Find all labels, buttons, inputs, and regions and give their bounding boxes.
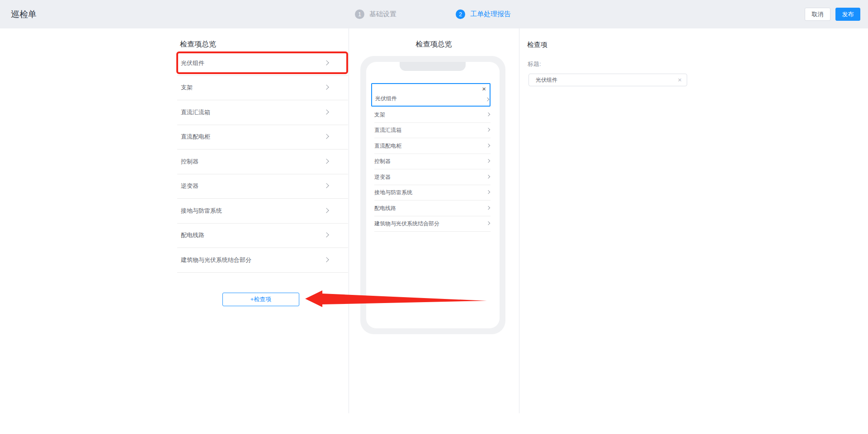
preview-item-row[interactable]: 直流配电柜	[374, 138, 491, 154]
page-title: 巡检单	[11, 0, 37, 28]
chevron-right-icon	[486, 159, 490, 163]
phone-mockup: × 光伏组件 支架 直流汇流箱 直流配电柜 控制器 逆变器	[360, 56, 505, 334]
inspection-item-row[interactable]: 直流汇流箱	[177, 100, 348, 125]
inspection-item-list: 光伏组件 支架 直流汇流箱 直流配电柜 控制器 逆变器 接地与防雷系统 配电线	[177, 51, 348, 273]
inspection-item-row[interactable]: 接地与防雷系统	[177, 199, 348, 224]
step-2-label: 工单处理报告	[470, 10, 511, 19]
inspection-item-label: 逆变器	[181, 182, 198, 190]
inspection-item-row[interactable]: 支架	[177, 76, 348, 101]
chevron-right-icon	[324, 85, 329, 90]
clear-input-icon[interactable]: ×	[678, 76, 682, 83]
step-1-badge: 1	[355, 9, 364, 19]
chevron-right-icon	[324, 159, 329, 163]
step-2-badge: 2	[456, 9, 465, 19]
title-field: ×	[528, 74, 687, 86]
title-field-label: 标题:	[528, 60, 541, 68]
chevron-right-icon	[324, 257, 329, 262]
inspection-item-label: 接地与防雷系统	[181, 207, 222, 215]
publish-button[interactable]: 发布	[835, 8, 860, 21]
inspection-item-label: 直流汇流箱	[181, 108, 210, 117]
inspection-item-row[interactable]: 建筑物与光伏系统结合部分	[177, 248, 348, 273]
inspection-item-row[interactable]: 逆变器	[177, 174, 348, 199]
preview-item-row[interactable]: 建筑物与光伏系统结合部分	[374, 216, 491, 232]
preview-item-label: 直流配电柜	[374, 142, 401, 149]
inspection-item-row[interactable]: 控制器	[177, 149, 348, 174]
step-basic-settings[interactable]: 1 基础设置	[355, 0, 396, 28]
chevron-right-icon	[324, 109, 329, 114]
preview-item-row[interactable]: 支架	[374, 107, 491, 123]
preview-item-row[interactable]: 接地与防雷系统	[374, 185, 491, 201]
chevron-right-icon	[486, 175, 490, 178]
inspection-item-label: 控制器	[181, 158, 198, 166]
step-workorder-report[interactable]: 2 工单处理报告	[456, 0, 511, 28]
add-inspection-item-button[interactable]: +检查项	[222, 293, 299, 306]
cancel-button[interactable]: 取消	[805, 8, 830, 21]
column-divider-left	[349, 28, 349, 413]
preview-item-label: 直流汇流箱	[374, 126, 401, 134]
chevron-right-icon	[486, 128, 490, 131]
column-divider-right	[519, 28, 519, 413]
inspection-item-row[interactable]: 直流配电柜	[177, 125, 348, 150]
preview-item-row[interactable]: 逆变器	[374, 169, 491, 185]
inspection-item-label: 直流配电柜	[181, 133, 210, 141]
inspection-item-row[interactable]: 光伏组件	[177, 51, 348, 76]
preview-item-list: 支架 直流汇流箱 直流配电柜 控制器 逆变器 接地与防雷系统	[374, 107, 491, 232]
chevron-right-icon	[324, 134, 329, 139]
chevron-right-icon	[324, 60, 329, 65]
inspection-item-label: 建筑物与光伏系统结合部分	[181, 256, 251, 264]
chevron-right-icon	[486, 98, 489, 101]
chevron-right-icon	[486, 112, 490, 116]
title-input[interactable]	[535, 75, 675, 85]
phone-notch	[400, 62, 466, 71]
chevron-right-icon	[486, 206, 490, 210]
chevron-right-icon	[486, 190, 490, 194]
preview-panel-title: 检查项总览	[349, 40, 519, 49]
inspection-item-label: 配电线路	[181, 231, 204, 239]
preview-item-label: 控制器	[374, 158, 391, 165]
inspection-item-label: 光伏组件	[181, 59, 204, 67]
chevron-right-icon	[324, 233, 329, 238]
preview-item-row[interactable]: 直流汇流箱	[374, 123, 491, 139]
preview-item-label: 接地与防雷系统	[374, 189, 412, 196]
preview-item-label: 逆变器	[374, 173, 391, 181]
inspection-item-label: 支架	[181, 84, 193, 92]
chevron-right-icon	[324, 183, 329, 188]
preview-item-row[interactable]: 配电线路	[374, 201, 491, 216]
preview-selected-item[interactable]: × 光伏组件	[371, 83, 491, 107]
preview-item-row[interactable]: 控制器	[374, 154, 491, 170]
editor-panel-title: 检查项	[527, 41, 547, 49]
preview-item-label: 光伏组件	[375, 95, 397, 103]
close-icon[interactable]: ×	[482, 85, 486, 93]
header: 巡检单 1 基础设置 2 工单处理报告 取消 发布	[0, 0, 868, 28]
left-panel-title: 检查项总览	[180, 40, 216, 49]
preview-item-label: 支架	[374, 111, 385, 118]
step-1-label: 基础设置	[369, 10, 396, 19]
chevron-right-icon	[486, 221, 490, 225]
chevron-right-icon	[486, 144, 490, 147]
preview-item-label: 配电线路	[374, 204, 396, 212]
inspection-item-row[interactable]: 配电线路	[177, 224, 348, 248]
page: 巡检单 1 基础设置 2 工单处理报告 取消 发布 检查项总览 光伏组件 支架 …	[0, 0, 868, 434]
preview-item-label: 建筑物与光伏系统结合部分	[374, 220, 439, 228]
chevron-right-icon	[324, 208, 329, 213]
